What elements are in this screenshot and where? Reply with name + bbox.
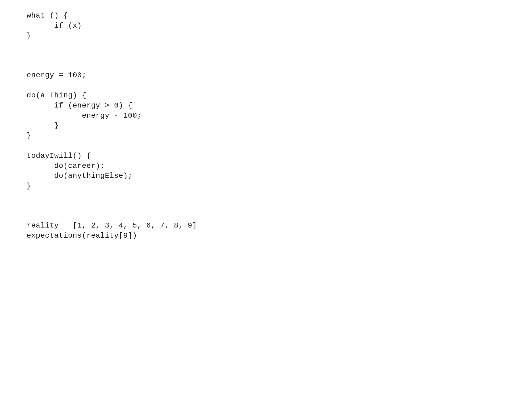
code-block-2: energy = 100; do(a Thing) { if (energy >… xyxy=(27,70,505,191)
code-block-1: what () { if (x) } xyxy=(27,11,505,41)
divider-2 xyxy=(27,207,505,207)
page-container: what () { if (x) } energy = 100; do(a Th… xyxy=(0,11,532,257)
divider-3 xyxy=(27,257,505,257)
code-block-3: reality = [1, 2, 3, 4, 5, 6, 7, 8, 9] ex… xyxy=(27,221,505,241)
divider-1 xyxy=(27,57,505,57)
